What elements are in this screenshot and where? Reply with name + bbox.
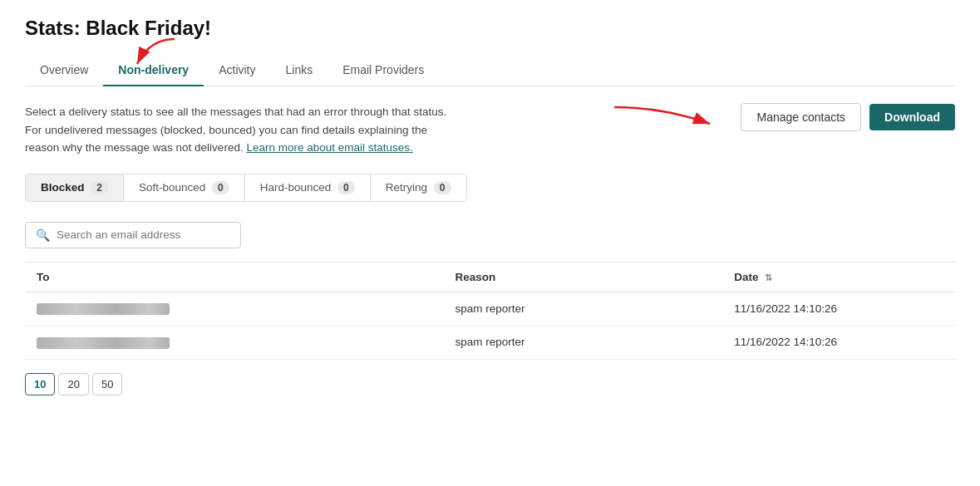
manage-contacts-button[interactable]: Manage contacts: [741, 103, 861, 131]
main-tabs: Overview Non-delivery Activity Links Ema…: [25, 55, 955, 86]
soft-bounced-badge: 0: [212, 181, 229, 194]
tab-non-delivery[interactable]: Non-delivery: [103, 55, 204, 86]
blocked-badge: 2: [91, 181, 108, 194]
cell-to-2: [25, 326, 444, 359]
retrying-badge: 0: [434, 181, 451, 194]
col-header-to: To: [25, 262, 444, 292]
description-text: Select a delivery status to see all the …: [25, 103, 457, 157]
learn-more-link[interactable]: Learn more about email statuses.: [246, 141, 412, 154]
tab-links[interactable]: Links: [271, 55, 328, 86]
blurred-email-1: [37, 303, 170, 315]
page-title: Stats: Black Friday!: [25, 17, 955, 40]
page-size-50[interactable]: 50: [92, 373, 122, 395]
cell-reason-1: spam reporter: [444, 292, 723, 325]
data-table: To Reason Date ⇅ spam reporter 11/16/202…: [25, 262, 955, 360]
search-icon: 🔍: [36, 228, 50, 242]
search-container: 🔍: [25, 222, 955, 248]
pagination: 10 20 50: [25, 373, 955, 395]
status-tab-blocked[interactable]: Blocked 2: [26, 174, 124, 201]
cell-reason-2: spam reporter: [444, 326, 723, 359]
status-tab-hard-bounced[interactable]: Hard-bounced 0: [245, 174, 371, 201]
cell-date-1: 11/16/2022 14:10:26: [722, 292, 955, 325]
hard-bounced-badge: 0: [337, 181, 355, 194]
page-size-10[interactable]: 10: [25, 373, 55, 395]
status-tabs: Blocked 2 Soft-bounced 0 Hard-bounced 0 …: [25, 174, 467, 202]
table-row: spam reporter 11/16/2022 14:10:26: [25, 292, 955, 325]
tab-email-providers[interactable]: Email Providers: [327, 55, 439, 86]
col-header-reason: Reason: [444, 262, 723, 292]
action-buttons: Manage contacts Download: [741, 103, 955, 131]
search-input[interactable]: [57, 228, 230, 241]
search-wrapper: 🔍: [25, 222, 241, 248]
table-row: spam reporter 11/16/2022 14:10:26: [25, 326, 955, 359]
cell-date-2: 11/16/2022 14:10:26: [722, 326, 955, 359]
status-tab-retrying[interactable]: Retrying 0: [371, 174, 466, 201]
blurred-email-2: [37, 337, 170, 349]
tab-overview[interactable]: Overview: [25, 55, 103, 86]
download-button[interactable]: Download: [869, 104, 955, 130]
tab-activity[interactable]: Activity: [204, 55, 270, 86]
cell-to-1: [25, 292, 444, 325]
page-size-20[interactable]: 20: [58, 373, 88, 395]
col-header-date[interactable]: Date ⇅: [722, 262, 955, 292]
date-sort-icon: ⇅: [765, 272, 772, 282]
status-tab-soft-bounced[interactable]: Soft-bounced 0: [124, 174, 245, 201]
